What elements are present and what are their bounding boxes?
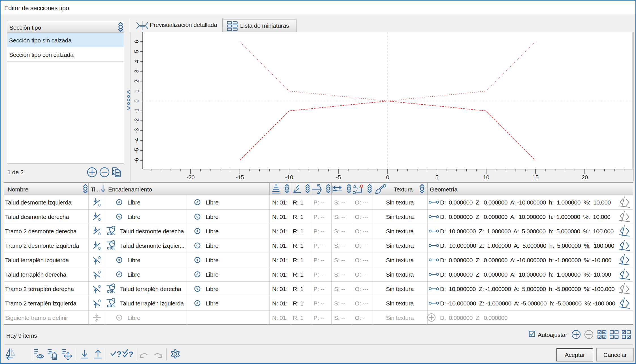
svg-text:0: 0 [98, 203, 101, 207]
svg-text:?: ? [116, 350, 121, 359]
svg-text:-15: -15 [236, 174, 244, 180]
svg-text:-6: -6 [133, 158, 140, 163]
svg-text:-1: -1 [133, 108, 140, 113]
svg-text:cte.: cte. [107, 288, 115, 294]
svg-text:-5: -5 [133, 148, 140, 153]
svg-text:0: 0 [98, 231, 101, 236]
svg-text:?: ? [128, 350, 133, 359]
svg-text:1: 1 [133, 89, 140, 92]
svg-text:0: 0 [98, 270, 101, 274]
svg-text:cte.: cte. [107, 245, 115, 251]
svg-text:5: 5 [133, 50, 140, 53]
svg-text:-20: -20 [187, 174, 195, 180]
svg-text:20: 20 [582, 174, 588, 180]
svg-text:-4: -4 [133, 138, 140, 143]
svg-text:10: 10 [483, 174, 489, 180]
svg-text:0: 0 [386, 174, 389, 180]
svg-text:-10: -10 [285, 174, 293, 180]
svg-text:cte.: cte. [107, 231, 115, 236]
svg-text:0: 0 [133, 99, 140, 102]
svg-text:-3: -3 [133, 128, 140, 133]
svg-text:6: 6 [133, 40, 140, 43]
svg-text:0: 0 [98, 217, 101, 221]
svg-text:cte.: cte. [107, 303, 115, 308]
svg-text:4: 4 [133, 60, 140, 63]
svg-text:0: 0 [98, 285, 101, 289]
svg-text:-2: -2 [133, 118, 140, 123]
svg-text:5: 5 [436, 174, 439, 180]
svg-text:2: 2 [133, 79, 140, 83]
svg-text:0: 0 [98, 246, 101, 250]
svg-text:0: 0 [98, 256, 101, 260]
svg-text:0: 0 [98, 299, 101, 303]
svg-text:3: 3 [133, 70, 140, 73]
svg-text:-5: -5 [336, 174, 341, 180]
svg-text:15: 15 [532, 174, 539, 180]
